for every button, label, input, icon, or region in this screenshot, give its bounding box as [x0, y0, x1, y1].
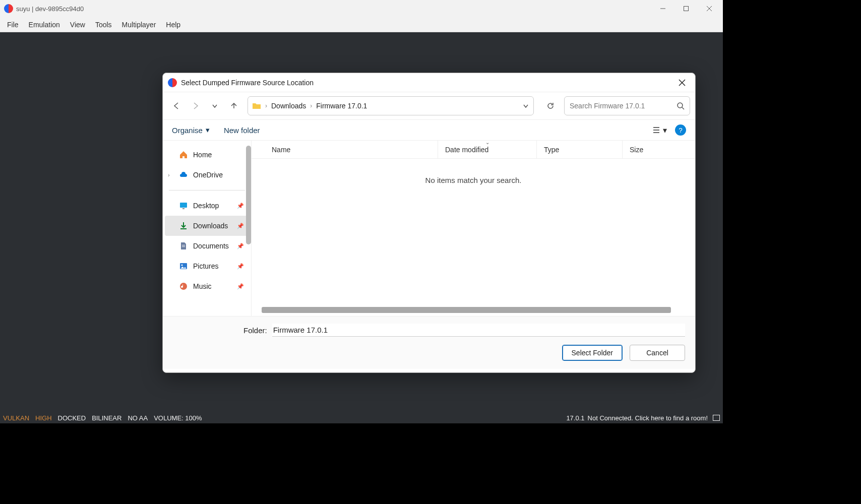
new-folder-label: New folder — [224, 126, 260, 135]
chevron-right-icon[interactable]: › — [168, 172, 170, 178]
dialog-nav-toolbar: › Downloads › Firmware 17.0.1 — [163, 92, 695, 119]
sidebar-item-downloads[interactable]: Downloads 📌 — [165, 216, 249, 236]
menu-tools[interactable]: Tools — [90, 19, 117, 31]
cloud-icon — [179, 170, 188, 179]
breadcrumb-current[interactable]: Firmware 17.0.1 — [316, 102, 367, 110]
app-icon — [4, 4, 13, 13]
nav-history-dropdown[interactable] — [206, 97, 223, 114]
sidebar-scrollbar[interactable] — [246, 146, 251, 244]
window-title: suyu | dev-9895cc94d0 — [16, 5, 651, 13]
sidebar-item-home[interactable]: Home — [165, 145, 249, 165]
svg-rect-11 — [180, 203, 187, 208]
folder-name-input[interactable] — [272, 324, 685, 337]
sort-indicator-icon: ⌄ — [485, 140, 489, 145]
search-box[interactable] — [564, 96, 690, 115]
caret-down-icon: ▾ — [663, 125, 667, 135]
file-list-pane: Name ⌄ Date modified Type Size No items … — [252, 141, 695, 316]
status-connection[interactable]: Not Connected. Click here to find a room… — [588, 414, 708, 422]
menu-multiplayer[interactable]: Multiplayer — [117, 19, 161, 31]
pin-icon: 📌 — [237, 203, 244, 209]
sidebar-divider — [169, 190, 245, 191]
sidebar-item-label: Desktop — [193, 202, 219, 210]
music-icon — [179, 282, 188, 291]
chevron-right-icon: › — [310, 102, 312, 109]
folder-icon — [252, 101, 261, 110]
nav-forward-button[interactable] — [187, 97, 204, 114]
svg-rect-13 — [182, 245, 185, 245]
sidebar-item-label: Documents — [193, 242, 229, 250]
new-folder-button[interactable]: New folder — [224, 126, 260, 135]
desktop-icon — [179, 201, 188, 210]
minimize-button[interactable] — [651, 0, 674, 17]
folder-picker-dialog: Select Dumped Firmware Source Location › — [162, 73, 696, 373]
window-titlebar: suyu | dev-9895cc94d0 — [0, 0, 723, 17]
breadcrumb-bar[interactable]: › Downloads › Firmware 17.0.1 — [248, 96, 534, 115]
pin-icon: 📌 — [237, 243, 244, 249]
status-volume[interactable]: VOLUME: 100% — [154, 414, 202, 422]
menu-emulation[interactable]: Emulation — [24, 19, 65, 31]
column-type[interactable]: Type — [537, 141, 623, 158]
cancel-button[interactable]: Cancel — [630, 345, 685, 361]
room-icon[interactable] — [713, 415, 720, 421]
folder-field-label: Folder: — [243, 326, 267, 335]
caret-down-icon: ▾ — [206, 125, 210, 135]
dialog-footer: Folder: Select Folder Cancel — [163, 316, 695, 369]
column-name[interactable]: Name — [252, 141, 438, 158]
svg-point-17 — [180, 283, 187, 290]
download-icon — [179, 221, 188, 230]
pin-icon: 📌 — [237, 223, 244, 229]
nav-back-button[interactable] — [168, 97, 185, 114]
pictures-icon — [179, 262, 188, 271]
organise-menu[interactable]: Organise ▾ — [172, 125, 210, 135]
maximize-button[interactable] — [674, 0, 698, 17]
menu-help[interactable]: Help — [161, 19, 186, 31]
sidebar-item-label: Music — [193, 282, 212, 290]
svg-rect-12 — [182, 208, 184, 209]
home-icon — [179, 150, 188, 159]
sidebar-item-documents[interactable]: Documents 📌 — [165, 236, 249, 256]
sidebar-item-desktop[interactable]: Desktop 📌 — [165, 196, 249, 216]
pin-icon: 📌 — [237, 263, 244, 270]
dialog-close-button[interactable] — [673, 74, 691, 92]
menu-file[interactable]: File — [2, 19, 24, 31]
nav-up-button[interactable] — [225, 97, 242, 114]
sidebar-item-music[interactable]: Music 📌 — [165, 276, 249, 296]
sidebar: Home › OneDrive Desktop 📌 Downloads 📌 — [163, 141, 252, 316]
sidebar-item-pictures[interactable]: Pictures 📌 — [165, 256, 249, 276]
svg-point-6 — [678, 103, 683, 108]
status-filter[interactable]: BILINEAR — [92, 414, 121, 422]
refresh-button[interactable] — [542, 97, 559, 114]
breadcrumb-dropdown[interactable] — [522, 102, 529, 109]
column-date-modified[interactable]: ⌄ Date modified — [438, 141, 537, 158]
dialog-titlebar: Select Dumped Firmware Source Location — [163, 73, 695, 92]
chevron-right-icon: › — [265, 102, 267, 109]
status-accuracy[interactable]: HIGH — [35, 414, 52, 422]
dialog-app-icon — [168, 78, 177, 87]
status-docked[interactable]: DOCKED — [58, 414, 86, 422]
menu-view[interactable]: View — [65, 19, 90, 31]
column-headers: Name ⌄ Date modified Type Size — [252, 141, 695, 159]
svg-point-16 — [181, 265, 183, 266]
breadcrumb-downloads[interactable]: Downloads — [271, 102, 306, 110]
sidebar-item-label: Pictures — [193, 262, 219, 270]
menu-bar: File Emulation View Tools Multiplayer He… — [0, 17, 723, 32]
document-icon — [179, 241, 188, 250]
close-button[interactable] — [698, 0, 721, 17]
sidebar-item-onedrive[interactable]: › OneDrive — [165, 165, 249, 185]
status-api[interactable]: VULKAN — [3, 414, 29, 422]
column-size[interactable]: Size — [623, 141, 695, 158]
select-folder-button[interactable]: Select Folder — [562, 345, 623, 361]
search-input[interactable] — [570, 102, 676, 110]
search-icon — [676, 102, 685, 110]
horizontal-scrollbar[interactable] — [262, 307, 671, 313]
dialog-title: Select Dumped Firmware Source Location — [181, 79, 673, 87]
help-button[interactable]: ? — [675, 124, 686, 136]
organise-label: Organise — [172, 126, 203, 135]
svg-rect-1 — [684, 7, 689, 11]
status-aa[interactable]: NO AA — [128, 414, 148, 422]
empty-state-message: No items match your search. — [252, 176, 695, 184]
status-version: 17.0.1 — [566, 414, 584, 422]
list-view-icon — [652, 125, 661, 135]
view-mode-toggle[interactable]: ▾ — [652, 125, 667, 135]
dialog-command-bar: Organise ▾ New folder ▾ ? — [163, 119, 695, 141]
